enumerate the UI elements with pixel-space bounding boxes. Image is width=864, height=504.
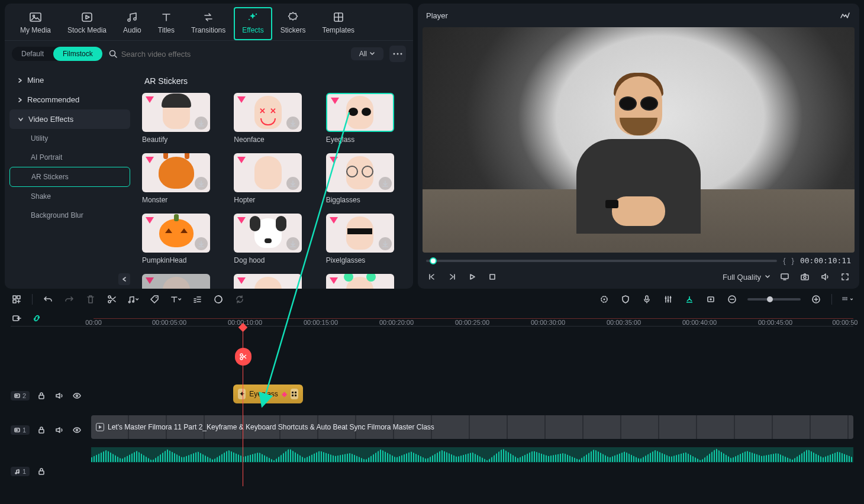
play-button[interactable] xyxy=(466,271,478,283)
svg-point-21 xyxy=(156,297,157,298)
tab-templates[interactable]: Templates xyxy=(314,7,363,40)
effect-card-neonface[interactable]: ✕✕ Neonface xyxy=(234,93,309,144)
tab-transitions[interactable]: Transitions xyxy=(183,7,234,40)
tree-label: Video Effects xyxy=(28,115,73,124)
effect-card-bigglasses[interactable]: Bigglasses xyxy=(326,153,401,204)
next-frame-button[interactable] xyxy=(446,271,458,283)
text-tools-icon[interactable] xyxy=(170,293,182,305)
tab-titles[interactable]: Titles xyxy=(150,7,183,40)
fullscreen-icon[interactable] xyxy=(839,271,851,283)
more-button[interactable] xyxy=(389,46,406,62)
tree-shake[interactable]: Shake xyxy=(9,187,130,206)
svg-point-28 xyxy=(670,297,672,299)
refresh-icon[interactable] xyxy=(234,293,246,305)
search-box[interactable] xyxy=(108,49,345,59)
color-icon[interactable] xyxy=(212,293,224,305)
tree-utility[interactable]: Utility xyxy=(9,129,130,148)
collapse-sidebar-button[interactable] xyxy=(118,273,130,285)
mixer-icon[interactable] xyxy=(662,293,674,305)
effect-card-hopter[interactable]: Hopter xyxy=(234,153,309,204)
mute-icon[interactable] xyxy=(53,424,65,436)
effect-card-partial-3[interactable] xyxy=(326,274,401,289)
svg-point-24 xyxy=(604,299,605,301)
effect-card-partial-2[interactable]: ✕ xyxy=(234,274,309,289)
tab-effects[interactable]: Effects xyxy=(234,7,272,40)
snapshot-icon[interactable] xyxy=(799,271,811,283)
tree-ai-portrait[interactable]: AI Portrait xyxy=(9,148,130,167)
audio-waveform[interactable] xyxy=(91,447,853,463)
view-mode-icon[interactable] xyxy=(842,293,853,305)
filter-dropdown[interactable]: All xyxy=(351,47,383,60)
tree-video-effects[interactable]: Video Effects xyxy=(9,109,130,129)
track-index: 1 xyxy=(22,427,26,434)
lock-icon[interactable] xyxy=(36,390,47,402)
scrub-bar[interactable] xyxy=(426,260,777,262)
visibility-icon[interactable] xyxy=(71,390,83,402)
shield-icon[interactable] xyxy=(620,293,631,305)
chevron-down-icon xyxy=(369,51,375,57)
tab-my-media[interactable]: My Media xyxy=(12,7,59,40)
lock-icon[interactable] xyxy=(36,424,47,436)
svg-point-19 xyxy=(128,301,130,303)
redo-icon[interactable] xyxy=(63,293,75,305)
effect-clip[interactable]: ✦ Eyeglass ◆ xyxy=(233,385,303,403)
svg-rect-16 xyxy=(13,300,16,303)
bracket-in-icon[interactable]: { xyxy=(783,256,785,265)
mute-icon[interactable] xyxy=(53,390,65,402)
marker-icon[interactable] xyxy=(684,293,695,305)
scope-icon[interactable] xyxy=(839,9,851,21)
ruler-mark: 00:00:20:00 xyxy=(379,319,414,326)
preview-area[interactable] xyxy=(423,27,855,253)
layout-icon xyxy=(332,11,345,24)
tab-stickers[interactable]: Stickers xyxy=(272,7,314,40)
timeline-ruler[interactable]: 00:00 00:00:05:00 00:00:10:00 00:00:15:0… xyxy=(11,310,853,327)
download-icon xyxy=(286,237,299,250)
video-clip[interactable]: Let's Master Filmora 11 Part 2_Keyframe … xyxy=(91,415,853,439)
audio-tools-icon[interactable] xyxy=(127,293,139,305)
effect-card-pumpkinhead[interactable]: PumpkinHead xyxy=(142,214,217,264)
pill-default[interactable]: Default xyxy=(12,47,53,61)
video-clip-title: Let's Master Filmora 11 Part 2_Keyframe … xyxy=(108,423,434,431)
undo-icon[interactable] xyxy=(42,293,54,305)
tree-ar-stickers[interactable]: AR Stickers xyxy=(9,167,130,187)
cut-bubble[interactable] xyxy=(235,348,252,366)
scrub-handle[interactable] xyxy=(430,257,437,264)
stop-button[interactable] xyxy=(486,271,498,283)
lock-icon[interactable] xyxy=(36,466,47,477)
crop-icon[interactable] xyxy=(705,293,717,305)
effect-card-beautify[interactable]: Beautify xyxy=(142,93,217,144)
svg-rect-11 xyxy=(781,274,788,279)
quality-dropdown[interactable]: Full Quality xyxy=(723,273,770,282)
display-icon[interactable] xyxy=(779,271,791,283)
speed-icon[interactable] xyxy=(191,293,203,305)
mic-icon[interactable] xyxy=(641,293,653,305)
tree-recommended[interactable]: Recommended xyxy=(9,90,130,109)
effect-card-monster[interactable]: Monster xyxy=(142,153,217,204)
pill-filmstock[interactable]: Filmstock xyxy=(53,47,102,61)
tab-audio[interactable]: Audio xyxy=(115,7,150,40)
add-track-icon[interactable] xyxy=(11,293,22,305)
split-icon[interactable] xyxy=(106,293,118,305)
visibility-icon[interactable] xyxy=(71,424,83,436)
link-icon[interactable] xyxy=(31,312,43,324)
tree-background-blur[interactable]: Background Blur xyxy=(9,206,130,225)
tab-stock-media[interactable]: Stock Media xyxy=(59,7,115,40)
search-input[interactable] xyxy=(121,50,345,59)
zoom-slider[interactable] xyxy=(747,298,801,301)
zoom-out-icon[interactable] xyxy=(726,293,738,305)
timeline-add-track-icon[interactable] xyxy=(11,312,22,324)
tag-icon[interactable] xyxy=(149,293,160,305)
tree-mine[interactable]: Mine xyxy=(9,70,130,90)
effect-card-partial-1[interactable] xyxy=(142,274,217,289)
delete-icon[interactable] xyxy=(85,293,96,305)
prev-frame-button[interactable] xyxy=(426,271,438,283)
auto-icon[interactable] xyxy=(598,293,610,305)
effect-card-dog-hood[interactable]: Dog hood xyxy=(234,214,309,264)
tracks: 2 ✦ Eyeglass ◆ 1 xyxy=(11,379,853,480)
zoom-knob[interactable] xyxy=(767,296,773,302)
bracket-out-icon[interactable]: } xyxy=(792,256,794,265)
volume-icon[interactable] xyxy=(819,271,831,283)
effect-card-pixelglasses[interactable]: Pixelglasses xyxy=(326,214,401,264)
effect-card-eyeglass[interactable]: Eyeglass xyxy=(326,93,401,144)
zoom-in-icon[interactable] xyxy=(810,293,822,305)
